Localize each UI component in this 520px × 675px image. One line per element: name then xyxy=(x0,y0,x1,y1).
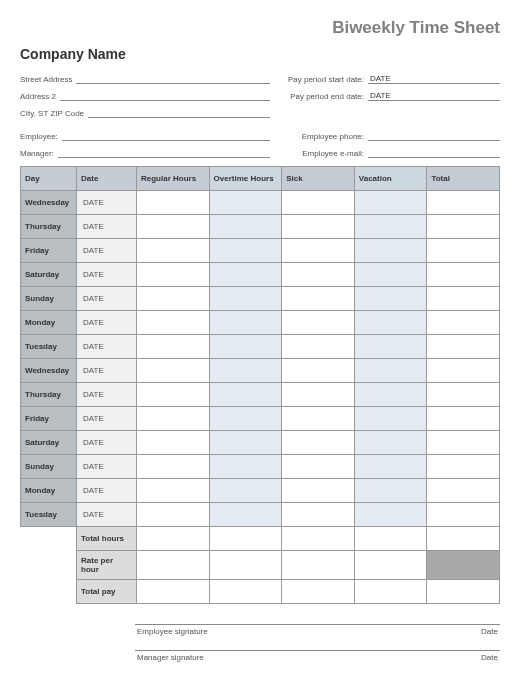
cell-regular[interactable] xyxy=(137,335,210,359)
cell-vacation[interactable] xyxy=(354,287,427,311)
cell-date[interactable]: DATE xyxy=(77,263,137,287)
header-total: Total xyxy=(427,167,500,191)
cell-regular[interactable] xyxy=(137,215,210,239)
cell-overtime[interactable] xyxy=(209,287,282,311)
cell-regular[interactable] xyxy=(137,239,210,263)
cell-overtime[interactable] xyxy=(209,383,282,407)
cell-vacation[interactable] xyxy=(354,455,427,479)
cell-date[interactable]: DATE xyxy=(77,335,137,359)
cell-overtime[interactable] xyxy=(209,335,282,359)
cell-sick[interactable] xyxy=(282,479,355,503)
cell-vacation[interactable] xyxy=(354,239,427,263)
cell-sick[interactable] xyxy=(282,239,355,263)
cell-regular[interactable] xyxy=(137,479,210,503)
manager-signature-date-label: Date xyxy=(481,653,498,662)
cell-sick[interactable] xyxy=(282,215,355,239)
cell-regular[interactable] xyxy=(137,431,210,455)
cell-vacation[interactable] xyxy=(354,263,427,287)
cell-day: Saturday xyxy=(21,431,77,455)
cell-regular[interactable] xyxy=(137,359,210,383)
employee-signature-line[interactable]: Employee signature Date xyxy=(135,624,500,636)
cell-date[interactable]: DATE xyxy=(77,455,137,479)
cell-vacation[interactable] xyxy=(354,479,427,503)
cell-sick[interactable] xyxy=(282,191,355,215)
cell-day: Wednesday xyxy=(21,191,77,215)
employee-signature-label: Employee signature xyxy=(137,627,208,636)
cell-overtime[interactable] xyxy=(209,407,282,431)
cell-regular[interactable] xyxy=(137,383,210,407)
cell-date[interactable]: DATE xyxy=(77,311,137,335)
cell-date[interactable]: DATE xyxy=(77,503,137,527)
phone-field[interactable] xyxy=(368,131,500,141)
street-field[interactable] xyxy=(76,74,270,84)
period-end-field[interactable]: DATE xyxy=(368,91,500,101)
cityzip-field[interactable] xyxy=(88,108,270,118)
addr2-field[interactable] xyxy=(60,91,270,101)
email-field[interactable] xyxy=(368,148,500,158)
cell-regular[interactable] xyxy=(137,287,210,311)
rate-overtime[interactable] xyxy=(209,551,282,580)
pay-overtime xyxy=(209,580,282,604)
cell-overtime[interactable] xyxy=(209,311,282,335)
cell-overtime[interactable] xyxy=(209,263,282,287)
cell-date[interactable]: DATE xyxy=(77,431,137,455)
pay-sick xyxy=(282,580,355,604)
rate-regular[interactable] xyxy=(137,551,210,580)
manager-signature-line[interactable]: Manager signature Date xyxy=(135,650,500,662)
cell-regular[interactable] xyxy=(137,503,210,527)
cell-date[interactable]: DATE xyxy=(77,239,137,263)
manager-field[interactable] xyxy=(58,148,270,158)
cell-overtime[interactable] xyxy=(209,239,282,263)
rate-sick[interactable] xyxy=(282,551,355,580)
cell-sick[interactable] xyxy=(282,287,355,311)
cell-sick[interactable] xyxy=(282,359,355,383)
cell-vacation[interactable] xyxy=(354,215,427,239)
cell-sick[interactable] xyxy=(282,335,355,359)
cell-regular[interactable] xyxy=(137,263,210,287)
cell-overtime[interactable] xyxy=(209,431,282,455)
cell-date[interactable]: DATE xyxy=(77,191,137,215)
cell-vacation[interactable] xyxy=(354,311,427,335)
cell-overtime[interactable] xyxy=(209,503,282,527)
cell-vacation[interactable] xyxy=(354,191,427,215)
cell-total xyxy=(427,287,500,311)
rate-label: Rate per hour xyxy=(77,551,137,580)
cell-overtime[interactable] xyxy=(209,455,282,479)
cell-sick[interactable] xyxy=(282,407,355,431)
cell-regular[interactable] xyxy=(137,191,210,215)
cell-date[interactable]: DATE xyxy=(77,215,137,239)
cell-total xyxy=(427,431,500,455)
cell-date[interactable]: DATE xyxy=(77,287,137,311)
cell-overtime[interactable] xyxy=(209,479,282,503)
rate-vacation[interactable] xyxy=(354,551,427,580)
cell-date[interactable]: DATE xyxy=(77,407,137,431)
cell-sick[interactable] xyxy=(282,383,355,407)
cell-overtime[interactable] xyxy=(209,191,282,215)
cell-sick[interactable] xyxy=(282,263,355,287)
cell-vacation[interactable] xyxy=(354,335,427,359)
cell-overtime[interactable] xyxy=(209,359,282,383)
cell-sick[interactable] xyxy=(282,503,355,527)
cell-overtime[interactable] xyxy=(209,215,282,239)
cell-vacation[interactable] xyxy=(354,359,427,383)
cell-date[interactable]: DATE xyxy=(77,383,137,407)
employee-signature-date-label: Date xyxy=(481,627,498,636)
cell-date[interactable]: DATE xyxy=(77,359,137,383)
cell-vacation[interactable] xyxy=(354,503,427,527)
cell-vacation[interactable] xyxy=(354,407,427,431)
table-header-row: Day Date Regular Hours Overtime Hours Si… xyxy=(21,167,500,191)
period-start-field[interactable]: DATE xyxy=(368,74,500,84)
period-end-label: Pay period end date: xyxy=(270,92,368,101)
table-row: SundayDATE xyxy=(21,287,500,311)
cell-vacation[interactable] xyxy=(354,431,427,455)
cell-sick[interactable] xyxy=(282,311,355,335)
cell-sick[interactable] xyxy=(282,455,355,479)
cell-regular[interactable] xyxy=(137,455,210,479)
cell-sick[interactable] xyxy=(282,431,355,455)
cell-regular[interactable] xyxy=(137,407,210,431)
cell-vacation[interactable] xyxy=(354,383,427,407)
table-row: MondayDATE xyxy=(21,311,500,335)
cell-date[interactable]: DATE xyxy=(77,479,137,503)
cell-regular[interactable] xyxy=(137,311,210,335)
employee-field[interactable] xyxy=(62,131,270,141)
